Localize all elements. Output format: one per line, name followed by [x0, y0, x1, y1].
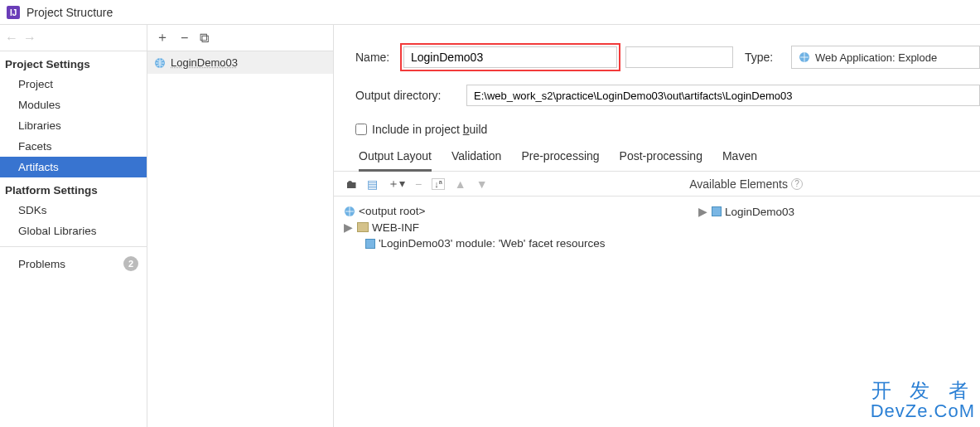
tree-row[interactable]: ▶ LoginDemo03	[698, 203, 980, 220]
type-label: Type:	[745, 51, 784, 64]
include-checkbox[interactable]	[355, 124, 367, 135]
name-highlight	[400, 43, 620, 71]
artifacts-toolbar: ＋ − ⧉	[147, 25, 333, 51]
include-row: Include in project build	[334, 116, 980, 144]
available-tree: ▶ LoginDemo03	[698, 197, 980, 251]
outdir-row: Output directory:	[334, 81, 980, 116]
tabs: Output Layout Validation Pre-processing …	[334, 144, 980, 172]
name-input[interactable]	[403, 46, 617, 68]
tab-validation[interactable]: Validation	[451, 144, 501, 171]
sidebar-item-artifacts[interactable]: Artifacts	[0, 157, 147, 177]
artifact-row[interactable]: LoginDemo03	[147, 51, 333, 74]
tree-root[interactable]: <output root>	[344, 203, 690, 219]
up-icon[interactable]: ▲	[455, 177, 466, 191]
webapp-icon	[799, 51, 810, 63]
add-icon[interactable]: ＋▾	[388, 177, 405, 192]
type-select[interactable]: Web Application: Explode	[791, 46, 980, 69]
outdir-input[interactable]	[466, 85, 980, 106]
tab-post-processing[interactable]: Post-processing	[620, 144, 702, 171]
divider	[0, 246, 147, 247]
sidebar-item-facets[interactable]: Facets	[0, 136, 147, 157]
tab-maven[interactable]: Maven	[722, 144, 757, 171]
tab-output-layout[interactable]: Output Layout	[359, 144, 432, 172]
forward-icon[interactable]: →	[23, 31, 36, 46]
copy-icon[interactable]: ⧉	[200, 31, 209, 46]
help-icon[interactable]: ?	[791, 178, 803, 190]
artifacts-panel: ＋ − ⧉ LoginDemo03	[147, 25, 334, 427]
outdir-label: Output directory:	[355, 89, 463, 102]
svg-text:IJ: IJ	[10, 8, 17, 17]
sidebar-item-modules[interactable]: Modules	[0, 95, 147, 115]
spacer-field[interactable]	[625, 46, 733, 68]
module-icon	[365, 239, 375, 249]
sidebar-item-problems[interactable]: Problems 2	[0, 252, 147, 275]
layers-icon[interactable]: ▤	[367, 177, 378, 191]
sidebar: ← → Project Settings Project Modules Lib…	[0, 25, 147, 427]
tab-pre-processing[interactable]: Pre-processing	[521, 144, 599, 171]
tree-row[interactable]: 'LoginDemo03' module: 'Web' facet resour…	[344, 235, 690, 251]
expand-icon[interactable]: ▶	[344, 221, 354, 234]
output-tree: <output root> ▶ WEB-INF 'LoginDemo03' mo…	[334, 197, 698, 251]
nav-arrows: ← →	[0, 25, 147, 51]
folder-icon	[357, 222, 369, 232]
app-icon: IJ	[7, 6, 20, 19]
down-icon[interactable]: ▼	[476, 177, 488, 191]
name-label: Name:	[355, 51, 395, 64]
titlebar: IJ Project Structure	[0, 0, 980, 25]
section-project-settings: Project Settings	[0, 51, 147, 74]
type-value: Web Application: Explode	[815, 51, 937, 64]
sidebar-item-sdks[interactable]: SDKs	[0, 200, 147, 221]
section-platform-settings: Platform Settings	[0, 177, 147, 200]
remove-icon[interactable]: −	[181, 31, 188, 46]
remove-icon[interactable]: −	[415, 177, 422, 191]
content: Name: Type: Web Application: Explode Out…	[334, 25, 980, 427]
sort-icon[interactable]: ↓ª	[432, 178, 445, 190]
available-elements-label: Available Elements ?	[689, 177, 803, 191]
trees: <output root> ▶ WEB-INF 'LoginDemo03' mo…	[334, 197, 980, 251]
new-folder-icon[interactable]: 🖿	[345, 177, 357, 191]
tree-row[interactable]: ▶ WEB-INF	[344, 219, 690, 235]
add-icon[interactable]: ＋	[156, 29, 169, 46]
back-icon[interactable]: ←	[5, 31, 18, 46]
module-icon	[712, 206, 722, 216]
tree-toolbar: 🖿 ▤ ＋▾ − ↓ª ▲ ▼ Available Elements ?	[334, 172, 980, 197]
expand-icon[interactable]: ▶	[698, 205, 708, 218]
sidebar-item-libraries[interactable]: Libraries	[0, 115, 147, 136]
webapp-icon	[154, 57, 166, 69]
window-title: Project Structure	[27, 6, 113, 19]
name-row: Name: Type: Web Application: Explode	[334, 40, 980, 81]
webapp-icon	[344, 206, 355, 217]
sidebar-item-global-libraries[interactable]: Global Libraries	[0, 221, 147, 241]
problems-badge: 2	[123, 256, 138, 271]
include-label: Include in project build	[372, 123, 487, 136]
artifact-label: LoginDemo03	[171, 56, 238, 69]
problems-label: Problems	[18, 258, 65, 270]
sidebar-item-project[interactable]: Project	[0, 74, 147, 95]
